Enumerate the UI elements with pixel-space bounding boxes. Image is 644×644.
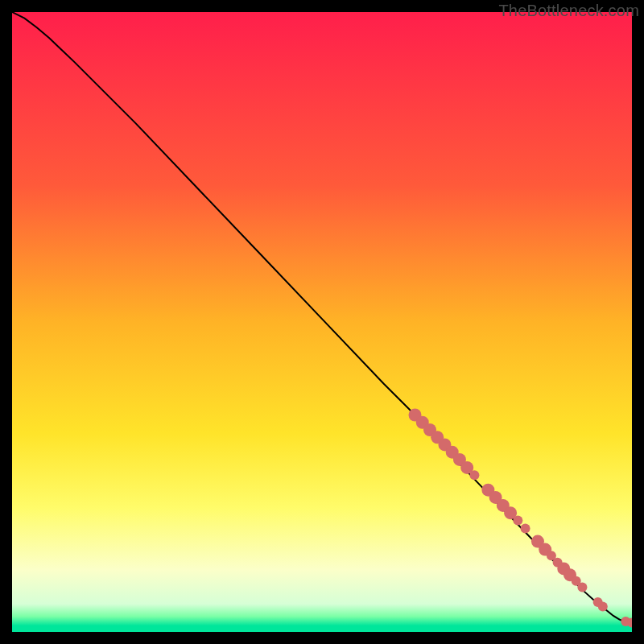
chart-stage: TheBottleneck.com <box>0 0 644 644</box>
chart-svg <box>12 12 632 632</box>
scatter-point <box>513 515 522 525</box>
scatter-point <box>577 583 587 592</box>
scatter-point <box>469 470 479 480</box>
scatter-point <box>598 601 608 611</box>
plot-area <box>12 12 632 632</box>
scatter-point <box>521 523 530 533</box>
watermark-text: TheBottleneck.com <box>498 2 639 20</box>
